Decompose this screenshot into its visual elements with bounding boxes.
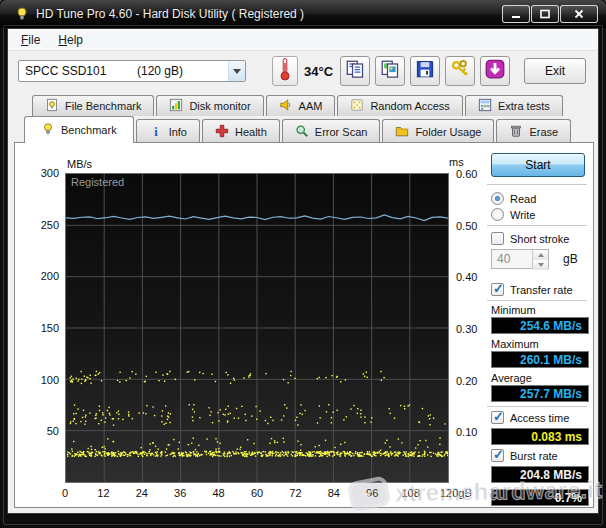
tab-random-access[interactable]: Random Access — [337, 95, 462, 116]
extra-tests-icon — [478, 98, 492, 114]
keys-button[interactable] — [445, 56, 475, 86]
chevron-down-icon[interactable] — [228, 61, 245, 81]
radio-icon[interactable] — [491, 192, 504, 205]
tick-label: 0.60 — [456, 168, 477, 180]
transfer-rate-checkbox[interactable]: Transfer rate — [491, 283, 573, 296]
exit-button[interactable]: Exit — [524, 58, 586, 84]
checkbox-icon[interactable] — [491, 411, 504, 424]
tick-label: 0.50 — [456, 220, 477, 232]
short-stroke-label: Short stroke — [510, 233, 569, 245]
maximum-value: 260.1 MB/s — [491, 351, 589, 368]
tab-benchmark[interactable]: Benchmark — [24, 116, 134, 143]
thermometer-button[interactable] — [272, 56, 298, 86]
separator — [487, 300, 587, 302]
menu-item-file[interactable]: File — [12, 31, 49, 49]
y-axis-left-title: MB/s — [67, 158, 92, 170]
tick-label: 60 — [242, 487, 272, 499]
keys-icon — [450, 59, 470, 83]
minimum-label: Minimum — [491, 304, 536, 316]
tick-label: 24 — [127, 487, 157, 499]
save-button[interactable] — [410, 56, 440, 86]
toolbar: SPCC SSD101 (120 gB) 34°C Exit — [8, 51, 598, 91]
copy-text-icon — [345, 59, 365, 83]
tab-label: Folder Usage — [415, 126, 481, 138]
start-button[interactable]: Start — [491, 153, 585, 177]
stepper-buttons — [532, 250, 548, 268]
tick-label: 150 — [21, 322, 59, 334]
maximize-button[interactable] — [531, 5, 559, 23]
tick-label: 36 — [165, 487, 195, 499]
tick-label: 100 — [21, 374, 59, 386]
tab-erase[interactable]: Erase — [496, 119, 571, 143]
tab-folder-usage[interactable]: Folder Usage — [382, 119, 494, 143]
tab-label: Extra tests — [498, 100, 550, 112]
maximum-label: Maximum — [491, 338, 539, 350]
tick-label: 96 — [357, 487, 387, 499]
tab-strip-secondary: File BenchmarkDisk monitorAAMRandom Acce… — [8, 95, 600, 116]
write-label: Write — [510, 209, 535, 221]
stepper-value[interactable]: 40 — [492, 250, 532, 268]
tick-label: 84 — [319, 487, 349, 499]
tab-file-benchmark[interactable]: File Benchmark — [32, 95, 154, 116]
tick-label: 108 — [396, 487, 426, 499]
stepper-down-button[interactable] — [533, 260, 548, 270]
tick-label: 300 — [21, 167, 59, 179]
separator — [487, 406, 587, 408]
tab-label: File Benchmark — [65, 100, 141, 112]
tab-info[interactable]: iInfo — [136, 119, 200, 143]
menu-bar: FileHelp — [8, 29, 598, 51]
aam-icon — [279, 98, 293, 114]
access-time-label: Access time — [510, 412, 569, 424]
checkbox-icon[interactable] — [491, 449, 504, 462]
save-icon — [415, 59, 435, 83]
tab-label: Random Access — [370, 100, 449, 112]
write-radio[interactable]: Write — [491, 208, 535, 221]
menu-item-help[interactable]: Help — [49, 31, 92, 49]
client-area: FileHelp SPCC SSD101 (120 gB) 34°C Exit … — [7, 28, 599, 514]
burst-rate-checkbox[interactable]: Burst rate — [491, 449, 558, 462]
tick-label: 12 — [88, 487, 118, 499]
title-bar[interactable]: HD Tune Pro 4.60 - Hard Disk Utility ( R… — [0, 0, 606, 28]
copy-text-button[interactable] — [340, 56, 370, 86]
app-lightbulb-icon — [14, 6, 30, 22]
tab-label: Erase — [529, 126, 558, 138]
burst-rate-label: Burst rate — [510, 450, 558, 462]
drive-select-dropdown[interactable]: SPCC SSD101 (120 gB) — [18, 60, 246, 82]
stepper-field[interactable]: 40 — [491, 249, 549, 269]
disk-monitor-icon — [169, 98, 183, 114]
tab-disk-monitor[interactable]: Disk monitor — [156, 95, 263, 116]
close-button[interactable] — [560, 5, 598, 23]
short-stroke-checkbox[interactable]: Short stroke — [491, 232, 569, 245]
tab-aam[interactable]: AAM — [266, 95, 336, 116]
error-scan-icon — [295, 124, 309, 140]
radio-icon[interactable] — [491, 208, 504, 221]
minimize-button[interactable] — [502, 5, 530, 23]
read-label: Read — [510, 193, 536, 205]
tick-label: 0.30 — [456, 323, 477, 335]
copy-image-icon — [380, 59, 400, 83]
tab-extra-tests[interactable]: Extra tests — [465, 95, 563, 116]
checkbox-icon[interactable] — [491, 283, 504, 296]
tick-label: 48 — [204, 487, 234, 499]
update-download-button[interactable] — [480, 56, 510, 86]
hd-tune-window: HD Tune Pro 4.60 - Hard Disk Utility ( R… — [0, 0, 606, 528]
tab-error-scan[interactable]: Error Scan — [282, 119, 381, 143]
tab-health[interactable]: Health — [202, 119, 280, 143]
tick-label: 200 — [21, 270, 59, 282]
copy-image-button[interactable] — [375, 56, 405, 86]
tab-strip-primary: BenchmarkiInfoHealthError ScanFolder Usa… — [8, 116, 600, 143]
tab-label: Error Scan — [315, 126, 368, 138]
read-radio[interactable]: Read — [491, 192, 536, 205]
file-benchmark-icon — [45, 98, 59, 114]
tick-label: 0.40 — [456, 271, 477, 283]
window-title: HD Tune Pro 4.60 - Hard Disk Utility ( R… — [36, 7, 304, 21]
erase-icon — [509, 124, 523, 140]
cpu-usage-value: 0.7% — [491, 489, 589, 506]
checkbox-icon[interactable] — [491, 232, 504, 245]
stepper-up-button[interactable] — [533, 250, 548, 260]
transfer-rate-label: Transfer rate — [510, 284, 573, 296]
access-time-value: 0.083 ms — [491, 428, 589, 445]
temperature-indicator: 34°C — [272, 56, 333, 86]
toolbar-buttons — [340, 56, 510, 86]
access-time-checkbox[interactable]: Access time — [491, 411, 569, 424]
